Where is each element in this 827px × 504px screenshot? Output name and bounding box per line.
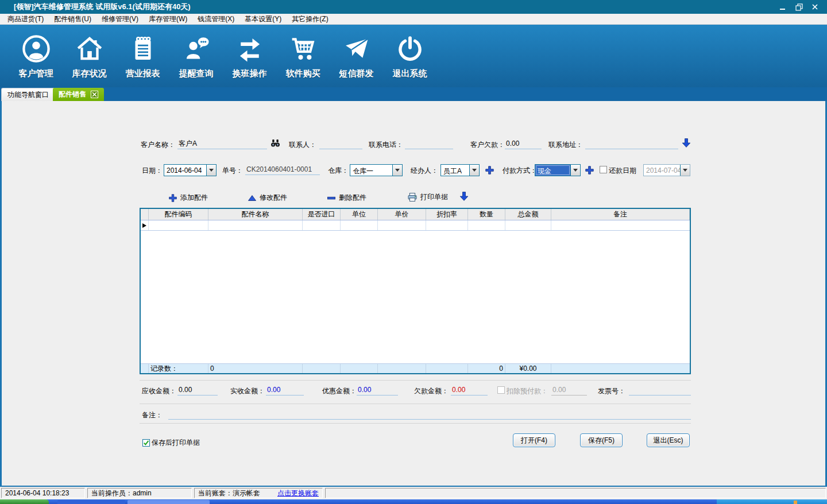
add-operator-button[interactable] [485, 165, 494, 175]
more-actions-button[interactable] [459, 191, 469, 201]
date-label: 日期： [142, 166, 163, 175]
col-part-name[interactable]: 配件名称 [208, 209, 303, 220]
col-imported[interactable]: 是否进口 [303, 209, 341, 220]
table-row[interactable] [141, 220, 690, 231]
minimize-button[interactable] [779, 3, 787, 11]
discount-input[interactable]: 0.00 [357, 385, 398, 396]
triangle-up-icon [248, 194, 257, 202]
add-payment-button[interactable] [585, 165, 594, 175]
delete-part-button[interactable]: 删除配件 [327, 193, 366, 203]
modify-part-button[interactable]: 修改配件 [248, 193, 287, 203]
toolbar-inventory-status[interactable]: 库存状况 [63, 25, 116, 79]
print-receipt-button[interactable]: 打印单据 [407, 192, 448, 202]
chevron-down-icon[interactable] [206, 165, 216, 176]
divider [140, 380, 691, 381]
record-count-label: 记录数： [149, 364, 208, 373]
repay-date-checkbox[interactable] [600, 166, 607, 173]
row-selector-icon [142, 223, 146, 228]
order-no-label: 单号： [222, 166, 243, 175]
status-datetime: 2014-06-04 10:18:23 [1, 488, 85, 498]
debt-amount-value: 0.00 [451, 385, 488, 396]
remark-input[interactable] [168, 409, 691, 420]
menu-other-ops[interactable]: 其它操作(Z) [287, 14, 333, 25]
taskbar-window-button[interactable] [127, 500, 210, 504]
contact-input[interactable] [319, 139, 362, 149]
toolbar-software-purchase[interactable]: 软件购买 [276, 25, 330, 79]
tab-function-navigation[interactable]: 功能导航窗口 [1, 88, 55, 101]
report-icon [126, 32, 160, 65]
received-input[interactable]: 0.00 [266, 385, 304, 396]
menu-parts-sales[interactable]: 配件销售(U) [49, 14, 96, 25]
add-part-button[interactable]: 添加配件 [168, 193, 208, 203]
menu-cashflow-mgmt[interactable]: 钱流管理(X) [192, 14, 239, 25]
menu-repair-mgmt[interactable]: 维修管理(V) [96, 14, 144, 25]
payment-method-select[interactable]: 现金 [535, 164, 581, 176]
col-discount-rate[interactable]: 折扣率 [426, 209, 468, 220]
col-remark[interactable]: 备注 [551, 209, 690, 220]
start-button[interactable] [0, 499, 49, 504]
close-button[interactable] [811, 3, 819, 11]
col-unit[interactable]: 单位 [341, 209, 378, 220]
tray-icon[interactable] [794, 501, 797, 504]
exit-button[interactable]: 退出(Esc) [647, 433, 690, 447]
expand-customer-button[interactable] [682, 138, 691, 148]
cart-icon [287, 32, 320, 65]
customer-debt-value: 0.00 [505, 139, 542, 149]
down-arrow-icon [682, 138, 691, 148]
binoculars-icon [270, 139, 280, 148]
payment-method-label: 付款方式： [503, 166, 537, 175]
parts-table: 配件编码 配件名称 是否进口 单位 单价 折扣率 数量 总金额 备注 [140, 208, 691, 374]
toolbar-exit-system[interactable]: 退出系统 [383, 25, 436, 79]
print-after-save-checkbox[interactable] [142, 439, 150, 447]
chevron-down-icon[interactable] [469, 165, 479, 176]
toolbar-business-report[interactable]: 营业报表 [116, 25, 169, 79]
record-count-value: 0 [208, 364, 303, 373]
home-icon [73, 32, 106, 65]
titlebar: [领智]汽车维修管理系统 试用版v6.1(试用期还有40天) [0, 0, 827, 14]
tab-close-button[interactable] [91, 91, 98, 98]
order-no-value: CK2014060401-0001 [245, 165, 320, 175]
repay-date-label: 还款日期 [609, 166, 636, 175]
toolbar-shift-change[interactable]: 换班操作 [223, 25, 276, 79]
customer-name-input[interactable]: 客户A [177, 139, 267, 149]
print-after-save-option[interactable]: 保存后打印单据 [142, 438, 200, 447]
divider [140, 404, 691, 404]
close-icon [92, 92, 97, 97]
address-label: 联系地址： [548, 140, 583, 149]
menubar: 商品进货(T) 配件销售(U) 维修管理(V) 库存管理(W) 钱流管理(X) … [0, 14, 827, 25]
toolbar-sms-broadcast[interactable]: 短信群发 [330, 25, 383, 79]
phone-input[interactable] [405, 139, 453, 149]
tab-parts-sales[interactable]: 配件销售 [53, 88, 104, 101]
col-unit-price[interactable]: 单价 [378, 209, 426, 220]
toolbar-reminder-query[interactable]: 提醒查询 [169, 25, 223, 79]
customer-debt-label: 客户欠款： [470, 140, 505, 149]
open-button[interactable]: 打开(F4) [513, 433, 555, 447]
invoice-no-input[interactable] [629, 385, 691, 396]
col-quantity[interactable]: 数量 [468, 209, 505, 220]
toolbar-customer-mgmt[interactable]: 客户管理 [9, 25, 63, 79]
maximize-button[interactable] [795, 3, 803, 11]
operator-select[interactable]: 员工A [440, 164, 480, 176]
reminder-icon [180, 32, 213, 65]
system-tray [717, 499, 827, 504]
switch-account-link[interactable]: 点击更换账套 [277, 489, 319, 498]
col-part-code[interactable]: 配件编码 [149, 209, 208, 220]
menu-inventory-mgmt[interactable]: 库存管理(W) [144, 14, 192, 25]
chevron-down-icon[interactable] [392, 165, 402, 176]
app-window: [领智]汽车维修管理系统 试用版v6.1(试用期还有40天) 商品进货(T) 配… [0, 0, 827, 504]
save-button[interactable]: 保存(F5) [580, 433, 623, 447]
chevron-down-icon[interactable] [570, 165, 580, 176]
menu-basic-settings[interactable]: 基本设置(Y) [239, 14, 287, 25]
warehouse-select[interactable]: 仓库一 [350, 164, 403, 176]
address-input[interactable] [585, 139, 678, 149]
col-total-amount[interactable]: 总金额 [505, 209, 551, 220]
customer-lookup-button[interactable] [270, 139, 280, 148]
taskbar-window-button[interactable] [57, 500, 125, 504]
table-footer-row: 记录数： 0 0 ¥0.00 [141, 363, 690, 373]
menu-goods-purchase[interactable]: 商品进货(T) [2, 14, 49, 25]
deduct-prepay-checkbox[interactable] [497, 386, 505, 394]
taskbar [0, 499, 827, 504]
date-select[interactable]: 2014-06-04 [164, 164, 217, 176]
deduct-prepay-value: 0.00 [551, 385, 587, 396]
deduct-prepay-label: 扣除预付款： [507, 386, 548, 396]
